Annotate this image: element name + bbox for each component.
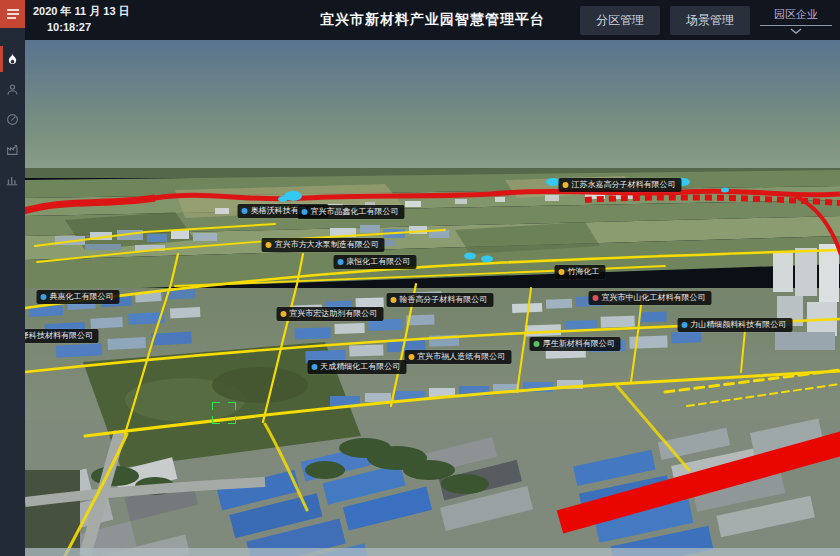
company-marker-icon — [311, 364, 317, 370]
company-marker-icon — [408, 354, 414, 360]
company-marker-icon — [681, 322, 687, 328]
company-label-text: 天成精细化工有限公司 — [320, 363, 400, 371]
company-marker-icon — [242, 208, 248, 214]
company-marker-icon — [40, 294, 46, 300]
company-label-text: 翰香高分子材料有限公司 — [399, 296, 487, 304]
person-icon — [6, 83, 19, 96]
map-labels: 奥格沃科技有限公司宜兴市晶鑫化工有限公司宜兴市方大水泵制造有限公司江苏永嘉高分子… — [25, 40, 840, 556]
company-label[interactable]: 宜兴市中山化工材料有限公司 — [589, 291, 712, 305]
zone-management-button[interactable]: 分区管理 — [580, 6, 660, 35]
company-label[interactable]: 翰香高分子材料有限公司 — [386, 293, 493, 307]
company-label-text: 江苏永嘉高分子材料有限公司 — [571, 181, 675, 189]
company-label[interactable]: 宜兴市福人造纸有限公司 — [404, 350, 511, 364]
sidebar-item-stats[interactable] — [0, 164, 25, 194]
scene-management-button[interactable]: 场景管理 — [670, 6, 750, 35]
chevron-down-icon — [790, 28, 802, 34]
bar-chart-icon — [6, 173, 19, 186]
header-actions: 分区管理 场景管理 园区企业 — [580, 0, 832, 40]
datetime-block: 2020 年 11 月 13 日 10:18:27 — [33, 4, 130, 36]
dropdown-label: 园区企业 — [774, 7, 818, 25]
map-3d-scene[interactable]: 奥格沃科技有限公司宜兴市晶鑫化工有限公司宜兴市方大水泵制造有限公司江苏永嘉高分子… — [25, 40, 840, 556]
company-marker-icon — [302, 209, 308, 215]
company-label[interactable]: 江苏永嘉高分子材料有限公司 — [558, 178, 681, 192]
company-label-text: 竹海化工 — [568, 268, 600, 276]
sidebar-item-person[interactable] — [0, 74, 25, 104]
company-label[interactable]: 市润泽科技材料有限公司 — [25, 329, 99, 343]
company-marker-icon — [390, 297, 396, 303]
company-label[interactable]: 竹海化工 — [555, 265, 606, 279]
company-marker-icon — [266, 242, 272, 248]
company-label-text: 厚生新材料有限公司 — [543, 340, 615, 348]
company-label-text: 市润泽科技材料有限公司 — [25, 332, 93, 340]
company-label[interactable]: 力山精细颜料科技有限公司 — [677, 318, 792, 332]
company-label[interactable]: 宜兴市晶鑫化工有限公司 — [298, 205, 405, 219]
current-time: 10:18:27 — [47, 20, 130, 36]
sidebar-item-factory[interactable] — [0, 134, 25, 164]
company-marker-icon — [337, 259, 343, 265]
top-header: 2020 年 11 月 13 日 10:18:27 宜兴市新材料产业园智慧管理平… — [25, 0, 840, 40]
company-label-text: 宜兴市宏达助剂有限公司 — [289, 310, 377, 318]
company-label-text: 宜兴市晶鑫化工有限公司 — [311, 208, 399, 216]
company-marker-icon — [593, 295, 599, 301]
company-marker-icon — [562, 182, 568, 188]
company-label-text: 宜兴市中山化工材料有限公司 — [602, 294, 706, 302]
company-label-text: 典惠化工有限公司 — [49, 293, 113, 301]
left-sidebar — [0, 0, 25, 556]
company-label-text: 宜兴市福人造纸有限公司 — [417, 353, 505, 361]
company-marker-icon — [280, 311, 286, 317]
company-label-text: 宜兴市方大水泵制造有限公司 — [275, 241, 379, 249]
company-label[interactable]: 宜兴市方大水泵制造有限公司 — [262, 238, 385, 252]
company-label-text: 康恒化工有限公司 — [346, 258, 410, 266]
company-label-text: 力山精细颜料科技有限公司 — [690, 321, 786, 329]
company-label[interactable]: 康恒化工有限公司 — [333, 255, 416, 269]
sidebar-item-gauge[interactable] — [0, 104, 25, 134]
flame-icon — [6, 52, 19, 66]
gauge-icon — [6, 113, 19, 126]
sidebar-item-fire[interactable] — [0, 44, 25, 74]
company-label[interactable]: 天成精细化工有限公司 — [307, 360, 406, 374]
company-marker-icon — [559, 269, 565, 275]
company-label[interactable]: 厚生新材料有限公司 — [530, 337, 621, 351]
menu-icon[interactable] — [0, 0, 25, 28]
current-date: 2020 年 11 月 13 日 — [33, 4, 130, 20]
company-marker-icon — [534, 341, 540, 347]
company-label[interactable]: 典惠化工有限公司 — [36, 290, 119, 304]
dropdown-underline — [760, 25, 832, 26]
park-enterprise-dropdown[interactable]: 园区企业 — [760, 7, 832, 34]
factory-icon — [6, 143, 19, 156]
company-label[interactable]: 宜兴市宏达助剂有限公司 — [276, 307, 383, 321]
